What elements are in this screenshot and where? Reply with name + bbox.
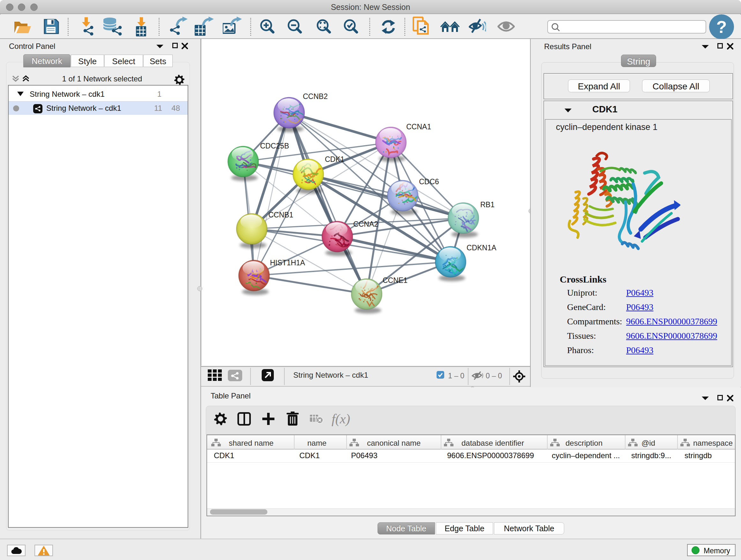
svg-text:CCNA1: CCNA1 [406,123,431,131]
svg-text:CDC25B: CDC25B [260,142,289,150]
svg-text:CDK1: CDK1 [325,155,344,164]
svg-text:CDKN1A: CDKN1A [467,244,496,252]
svg-text:CCNA2: CCNA2 [353,220,378,228]
svg-text:CCNB1: CCNB1 [268,211,293,219]
svg-text:HIST1H1A: HIST1H1A [270,259,306,267]
svg-text:CCNE1: CCNE1 [383,276,408,285]
svg-text:CCNB2: CCNB2 [303,92,328,101]
svg-text:RB1: RB1 [480,200,495,209]
svg-text:CDC6: CDC6 [419,178,439,186]
